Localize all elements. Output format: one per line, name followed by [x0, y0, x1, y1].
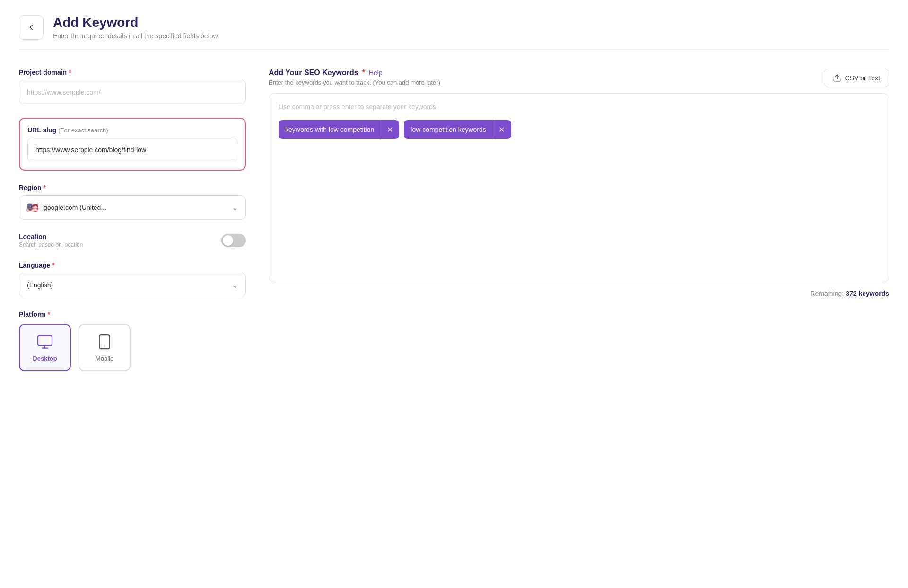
toggle-knob	[223, 235, 233, 246]
required-star-platform: *	[48, 311, 50, 318]
language-value: (English)	[27, 281, 232, 289]
platform-group: Platform * Desktop	[19, 311, 246, 371]
tag-text: keywords with low competition	[285, 126, 374, 133]
desktop-icon	[36, 333, 53, 350]
location-row: Location Search based on location	[19, 233, 246, 248]
location-label: Location	[19, 233, 83, 241]
remaining-count: 372 keywords	[846, 290, 889, 297]
remaining-row: Remaining: 372 keywords	[269, 290, 889, 297]
csv-button[interactable]: CSV or Text	[824, 69, 889, 87]
svg-rect-0	[38, 335, 52, 345]
region-select[interactable]: 🇺🇸 google.com (United... ⌄	[19, 195, 246, 220]
keyword-header: Add Your SEO Keywords * Help Enter the k…	[269, 69, 889, 87]
platform-mobile[interactable]: Mobile	[79, 324, 131, 371]
svg-rect-3	[100, 335, 110, 349]
language-group: Language * (English) ⌄	[19, 261, 246, 297]
tag-remove-button[interactable]: ✕	[492, 120, 511, 139]
required-star-region: *	[43, 184, 45, 191]
project-domain-group: Project domain *	[19, 69, 246, 104]
location-label-group: Location Search based on location	[19, 233, 83, 248]
location-toggle[interactable]	[221, 234, 246, 247]
required-star-kw: *	[362, 69, 365, 77]
help-link[interactable]: Help	[369, 69, 383, 77]
tag-remove-button[interactable]: ✕	[380, 120, 399, 139]
keyword-tag: keywords with low competition ✕	[279, 120, 399, 139]
location-sublabel: Search based on location	[19, 242, 83, 248]
keyword-title-group: Add Your SEO Keywords * Help Enter the k…	[269, 69, 440, 86]
remaining-label: Remaining:	[810, 290, 844, 297]
required-star: *	[69, 69, 71, 76]
url-slug-box: URL slug (For exact search)	[19, 118, 246, 171]
platform-desktop[interactable]: Desktop	[19, 324, 71, 371]
keywords-area[interactable]: Use comma or press enter to separate you…	[269, 93, 889, 282]
url-slug-hint: (For exact search)	[58, 127, 108, 134]
flag-icon: 🇺🇸	[27, 202, 39, 213]
keyword-title: Add Your SEO Keywords * Help	[269, 69, 440, 77]
region-value: google.com (United...	[44, 204, 232, 211]
mobile-icon	[96, 333, 113, 350]
back-button[interactable]	[19, 15, 44, 40]
keyword-tags: keywords with low competition ✕ low comp…	[279, 120, 879, 139]
url-slug-label: URL slug (For exact search)	[27, 126, 237, 134]
header-text: Add Keyword Enter the required details i…	[53, 15, 218, 40]
tag-text: low competition keywords	[410, 126, 486, 133]
project-domain-label: Project domain *	[19, 69, 246, 76]
chevron-down-icon: ⌄	[232, 203, 238, 212]
url-slug-input[interactable]	[27, 138, 237, 162]
chevron-down-icon-lang: ⌄	[232, 281, 238, 290]
keyword-tag: low competition keywords ✕	[404, 120, 511, 139]
upload-icon	[833, 74, 841, 82]
desktop-label: Desktop	[33, 355, 57, 362]
platform-options: Desktop Mobile	[19, 324, 246, 371]
keyword-subtitle: Enter the keywords you want to track. (Y…	[269, 79, 440, 86]
project-domain-input[interactable]	[19, 80, 246, 104]
language-select[interactable]: (English) ⌄	[19, 273, 246, 297]
left-column: Project domain * URL slug (For exact sea…	[19, 69, 246, 384]
region-label: Region *	[19, 184, 246, 191]
language-label: Language *	[19, 261, 246, 269]
mobile-label: Mobile	[96, 355, 114, 362]
page-header: Add Keyword Enter the required details i…	[19, 15, 889, 50]
platform-label: Platform *	[19, 311, 246, 318]
region-group: Region * 🇺🇸 google.com (United... ⌄	[19, 184, 246, 220]
right-column: Add Your SEO Keywords * Help Enter the k…	[269, 69, 889, 297]
csv-btn-label: CSV or Text	[845, 74, 880, 82]
arrow-left-icon	[26, 23, 36, 32]
page-title: Add Keyword	[53, 15, 218, 30]
required-star-language: *	[52, 261, 54, 269]
main-layout: Project domain * URL slug (For exact sea…	[19, 69, 889, 384]
keywords-placeholder: Use comma or press enter to separate you…	[279, 103, 879, 111]
page-subtitle: Enter the required details in all the sp…	[53, 32, 218, 40]
